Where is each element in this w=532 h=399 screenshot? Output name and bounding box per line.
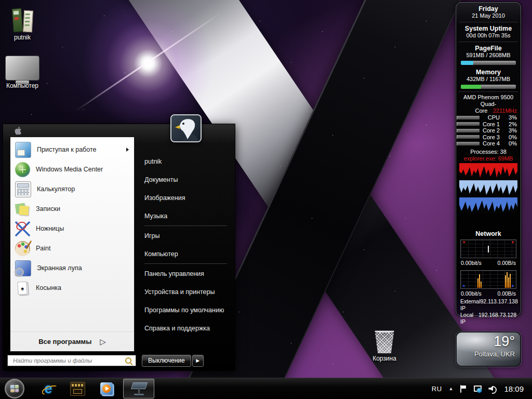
menu-item-paint[interactable]: Paint: [10, 238, 134, 258]
download-arrow-icon: ▼: [511, 241, 515, 245]
menu-item-user-folder[interactable]: putnik: [135, 152, 234, 170]
download-rate-right: 0.00B/s: [497, 260, 516, 266]
menu-item-windows-media-center[interactable]: Windows Media Center: [10, 159, 134, 179]
menu-item-calculator[interactable]: Калькулятор: [10, 179, 134, 199]
pagefile-title: PageFile: [456, 45, 521, 52]
desktop-icon-putnik[interactable]: putnik: [0, 5, 45, 41]
upload-arrow-icon: ▲: [511, 284, 515, 288]
calculator-icon: [15, 181, 31, 197]
language-indicator[interactable]: RU: [432, 385, 442, 393]
search-icon: [125, 357, 131, 364]
gadget-pagefile-section: PageFile 591MB / 2608MB: [456, 42, 521, 65]
start-menu: Приступая к работе Windows Media Center …: [3, 124, 235, 371]
media-center-icon: [15, 162, 30, 177]
getting-started-icon: [15, 142, 31, 158]
external-ip-label: External IP: [460, 298, 481, 312]
internet-explorer-icon: e: [44, 382, 52, 396]
system-monitor-gadget[interactable]: Friday 21 May 2010 System Uptime 00d 00h…: [456, 2, 521, 316]
recycle-bin-icon: [362, 326, 407, 353]
menu-item-music[interactable]: Музыка: [135, 207, 234, 225]
menu-item-computer[interactable]: Компьютер: [135, 245, 234, 263]
menu-item-control-panel[interactable]: Панель управления: [135, 264, 234, 283]
core1-row: Core 1 2%: [456, 121, 521, 128]
pagefile-bar: [461, 61, 516, 65]
volume-icon[interactable]: [488, 385, 497, 393]
cpu-name-line2: Core: [456, 108, 493, 114]
menu-item-sticky-notes[interactable]: Записки: [10, 199, 134, 219]
core1-meter-bar: [457, 122, 480, 126]
apple-logo-icon: [14, 126, 23, 136]
upload-arrow-icon: ▲: [462, 284, 466, 288]
all-programs-button[interactable]: Все программы ▷: [10, 331, 134, 351]
eagle-picture: [171, 115, 201, 141]
start-menu-search-row: Выключение ▶: [7, 354, 232, 367]
drafting-table-icon: [131, 382, 147, 395]
network-title: Network: [456, 230, 521, 237]
scissors-icon: [15, 221, 30, 236]
upload-rate-right: 0.00B/s: [497, 290, 516, 297]
magnifier-icon: [15, 260, 31, 276]
paint-palette-icon: [15, 241, 30, 256]
menu-item-help-support[interactable]: Справка и поддержка: [135, 319, 234, 337]
core3-row: Core 3 0%: [456, 134, 521, 141]
cpu-total-row: CPU 3%: [456, 114, 521, 121]
desktop-icon-label: Корзина: [362, 355, 407, 362]
books-icon: [0, 5, 45, 32]
weather-gadget[interactable]: 19° Poltava, UKR: [456, 331, 521, 367]
network-tray-icon[interactable]: [473, 385, 482, 393]
pagefile-value: 591MB / 2608MB: [456, 52, 521, 59]
sticky-notes-icon: [15, 202, 30, 217]
menu-item-snipping-tool[interactable]: Ножницы: [10, 219, 134, 238]
taskbar-explorer[interactable]: [63, 379, 92, 398]
menu-item-solitaire[interactable]: ♠ Косынка: [10, 278, 134, 298]
windows-logo-icon: [10, 385, 19, 393]
gadget-memory-section: Memory 432MB / 1167MB: [456, 66, 521, 89]
gadget-date-section: Friday 21 May 2010: [456, 3, 521, 19]
download-rate-left: 0.00bit/s: [461, 260, 482, 266]
uptime-title: System Uptime: [456, 25, 521, 32]
menu-item-documents[interactable]: Документы: [135, 170, 234, 189]
cpu-name: AMD Phenom 9500 Quad-: [456, 94, 521, 108]
menu-item-pictures[interactable]: Изображения: [135, 189, 234, 207]
start-menu-right-panel: putnik Документы Изображения Музыка Игры…: [135, 137, 234, 337]
start-menu-left-panel: Приступая к работе Windows Media Center …: [10, 137, 135, 352]
core4-meter-bar: [457, 142, 480, 145]
desktop-icon-recycle-bin[interactable]: Корзина: [362, 326, 407, 362]
menu-item-default-programs[interactable]: Программы по умолчанию: [135, 301, 234, 319]
action-center-flag-icon[interactable]: [460, 385, 467, 393]
menu-item-devices-printers[interactable]: Устройства и принтеры: [135, 283, 234, 301]
core3-meter-bar: [457, 135, 480, 139]
cpu-meter-bar: [457, 116, 480, 119]
menu-item-games[interactable]: Игры: [135, 227, 234, 245]
core2-row: Core 2 3%: [456, 127, 521, 134]
explorer-cabinet-icon: [70, 382, 85, 396]
download-arrow-icon: ▼: [462, 241, 466, 245]
memory-value: 432MB / 1167MB: [456, 76, 521, 83]
local-ip-label: Local IP: [460, 312, 478, 325]
taskbar-active-app[interactable]: [123, 379, 154, 398]
taskbar-media-player[interactable]: [92, 379, 121, 398]
core2-meter-bar: [457, 129, 480, 132]
search-input[interactable]: [12, 357, 125, 364]
taskbar-clock[interactable]: 18:09: [504, 384, 524, 393]
start-button[interactable]: [5, 379, 24, 398]
user-avatar[interactable]: [170, 114, 202, 142]
tray-expand-icon[interactable]: ▲: [449, 386, 454, 391]
taskbar-internet-explorer[interactable]: e: [34, 379, 63, 398]
menu-item-getting-started[interactable]: Приступая к работе: [10, 140, 134, 159]
gadget-date: 21 May 2010: [456, 12, 521, 19]
all-programs-arrow-icon: ▷: [100, 337, 106, 347]
cpu-frequency: 2211MHz: [493, 108, 517, 114]
local-ip-value: 192.168.73.128: [478, 312, 516, 325]
desktop-icon-label: putnik: [0, 34, 45, 41]
shutdown-button[interactable]: Выключение: [142, 355, 191, 367]
gadget-day: Friday: [456, 5, 521, 12]
network-history-graph: [459, 197, 517, 214]
playing-cards-icon: ♠: [15, 281, 30, 296]
shutdown-options-button[interactable]: ▶: [192, 355, 204, 367]
search-box[interactable]: [7, 355, 136, 366]
submenu-arrow-icon: [126, 148, 129, 152]
desktop-icon-computer[interactable]: Компьютер: [0, 54, 45, 89]
menu-item-magnifier[interactable]: Экранная лупа: [10, 258, 134, 278]
gadget-uptime-section: System Uptime 00d 00h 07m 35s: [456, 22, 521, 39]
